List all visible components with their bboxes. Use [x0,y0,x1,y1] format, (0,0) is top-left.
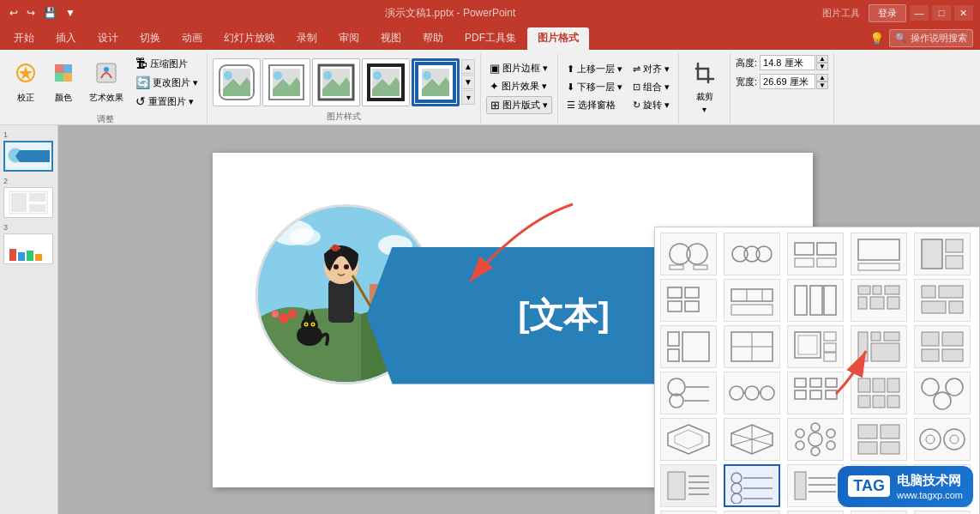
slide-panel[interactable]: 1 2 3 [0,125,58,514]
svg-point-43 [334,264,339,269]
slide-thumb-1[interactable]: 1 [3,130,54,172]
layout-item-3-5[interactable] [914,325,971,368]
layout-item-4-5[interactable] [914,372,971,414]
style-thumb-2[interactable] [262,58,310,106]
up-layer-button[interactable]: ⬆ 上移一层 ▾ [563,61,626,77]
tab-design[interactable]: 设计 [87,27,129,50]
crop-button[interactable]: 裁剪 ▾ [688,57,722,117]
tab-insert[interactable]: 插入 [45,27,87,50]
layout-item-7-3[interactable] [787,511,844,514]
pic-border-label: 图片边框 [502,62,540,75]
tab-animation[interactable]: 动画 [171,27,213,50]
change-picture-button[interactable]: 🔄 更改图片 ▾ [132,74,201,91]
height-input[interactable] [760,55,815,70]
calibrate-button[interactable]: 校正 [9,58,43,106]
tab-record[interactable]: 录制 [286,27,328,50]
layout-item-2-1[interactable] [660,279,717,322]
layout-item-3-3[interactable] [787,325,844,368]
layout-item-5-4[interactable] [851,418,907,461]
layout-item-1-1[interactable] [660,233,717,275]
tab-transition[interactable]: 切换 [129,27,171,50]
layout-item-1-3[interactable] [787,233,844,275]
layout-item-5-5[interactable] [914,418,971,461]
layout-item-5-2[interactable] [724,418,780,461]
style-scroll-down[interactable]: ▼ [461,75,475,89]
layout-item-6-2[interactable] [724,464,780,507]
width-spin-down[interactable]: ▼ [816,82,828,89]
style-thumb-1[interactable] [213,58,261,106]
svg-rect-69 [858,263,899,270]
layout-item-6-1[interactable] [660,464,717,507]
style-scroll-more[interactable]: ▾ [461,90,475,105]
width-input[interactable] [760,74,815,89]
select-pane-button[interactable]: ☰ 选择窗格 [563,97,626,113]
layout-item-2-4[interactable] [851,279,907,322]
svg-rect-66 [795,258,814,267]
redo-btn[interactable]: ↪ [24,6,38,20]
svg-rect-85 [858,286,870,294]
layout-item-5-3[interactable] [787,418,844,461]
pic-effect-button[interactable]: ✦ 图片效果 ▾ [486,78,552,94]
height-spin-down[interactable]: ▼ [816,63,828,70]
style-thumb-4[interactable] [362,58,410,106]
help-search[interactable]: 🔍 操作说明搜索 [889,29,973,47]
layout-item-4-1[interactable] [660,372,717,414]
menu-btn[interactable]: ▼ [63,6,78,20]
svg-rect-162 [668,472,685,499]
watermark-text: 电脑技术网 www.tagxp.com [897,471,963,502]
layout-item-7-1[interactable] [660,511,717,514]
slide-1[interactable] [3,141,53,172]
calibrate-label: 校正 [17,92,34,104]
layout-item-2-5[interactable] [914,279,971,322]
layout-item-1-5[interactable] [914,233,971,275]
align-button[interactable]: ⇌ 对齐 ▾ [629,61,673,77]
layout-item-3-4[interactable] [851,325,907,368]
tab-review[interactable]: 审阅 [328,27,370,50]
rotate-button[interactable]: ↻ 旋转 ▾ [629,97,673,113]
reset-picture-button[interactable]: ↺ 重置图片 ▾ [132,93,201,110]
tab-view[interactable]: 视图 [370,27,412,50]
down-layer-button[interactable]: ⬇ 下移一层 ▾ [563,79,626,95]
group-button[interactable]: ⊡ 组合 ▾ [629,79,673,95]
login-button[interactable]: 登录 [869,4,906,22]
height-spin-up[interactable]: ▲ [816,55,828,63]
layout-item-7-5[interactable] [914,511,971,514]
layout-item-5-1[interactable] [660,418,717,461]
maximize-btn[interactable]: □ [932,5,951,21]
style-thumb-3[interactable] [312,58,360,106]
layout-item-1-4[interactable] [851,233,907,275]
slide-2[interactable] [3,187,53,218]
tab-pdf[interactable]: PDF工具集 [454,27,526,50]
layout-item-1-2[interactable] [724,233,780,275]
close-btn[interactable]: ✕ [954,5,973,21]
layout-item-7-4[interactable] [851,511,907,514]
layout-item-3-2[interactable] [724,325,780,368]
color-button[interactable]: 颜色 [46,58,81,106]
slide-thumb-2[interactable]: 2 [3,177,54,218]
undo-btn[interactable]: ↩ [7,6,21,20]
layout-item-2-2[interactable] [724,279,780,322]
minimize-btn[interactable]: — [910,5,929,21]
slide-3[interactable] [3,233,53,264]
tab-help[interactable]: 帮助 [412,27,454,50]
layout-item-6-3[interactable] [787,464,844,507]
style-scroll-up[interactable]: ▲ [461,59,475,74]
compress-button[interactable]: 🗜 压缩图片 [132,55,201,72]
style-thumb-5[interactable] [412,58,460,106]
tab-slideshow[interactable]: 幻灯片放映 [213,27,286,50]
tab-home[interactable]: 开始 [3,27,45,50]
layout-item-3-1[interactable] [660,325,717,368]
art-effect-button[interactable]: 艺术效果 [84,58,129,106]
layout-item-2-3[interactable] [787,279,844,322]
tab-picture-format[interactable]: 图片格式 [527,27,589,50]
watermark-sitename: 电脑技术网 [897,471,963,489]
layout-item-4-3[interactable] [787,372,844,414]
pic-format-button[interactable]: ⊞ 图片版式 ▾ [486,96,552,114]
layout-item-4-4[interactable] [851,372,907,414]
slide-thumb-3[interactable]: 3 [3,223,54,264]
pic-border-button[interactable]: ▣ 图片边框 ▾ [486,60,552,76]
layout-item-7-2[interactable] [724,511,780,514]
save-btn[interactable]: 💾 [41,6,59,20]
width-spin-up[interactable]: ▲ [816,74,828,82]
layout-item-4-2[interactable] [724,372,780,414]
